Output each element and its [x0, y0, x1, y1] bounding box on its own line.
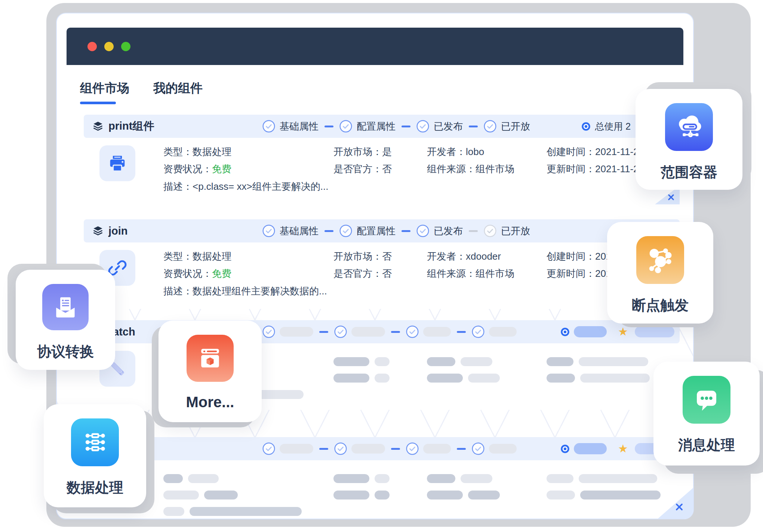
skeleton-pill [163, 474, 183, 483]
star-icon: ★ [618, 443, 628, 454]
card-header: ★ [84, 437, 680, 460]
check-circle-icon [339, 120, 352, 133]
step-connector [469, 126, 478, 127]
skeleton-pill [635, 326, 674, 337]
minimize-window-dot[interactable] [104, 42, 114, 51]
field-value: 否 [382, 268, 392, 279]
component-card-skeleton-2[interactable]: ★ [84, 437, 680, 519]
step-config: 配置属性 [339, 120, 396, 133]
data-nodes-icon [81, 428, 109, 457]
skeleton-pill [163, 507, 184, 516]
step-label: 已开放 [501, 120, 530, 133]
feature-card-protocol-conversion: 协议转换 [16, 270, 115, 370]
skeleton-pill [333, 357, 369, 366]
component-card-join[interactable]: join 基础属性 配置属性 已发布 已开放 总使用 6 [84, 219, 680, 309]
skeleton-column-2 [333, 474, 390, 500]
tab-my-components[interactable]: 我的组件 [153, 80, 203, 97]
skeleton-column-3 [427, 474, 500, 500]
field-value: <p.class= xx>组件主要解决的... [193, 181, 328, 192]
field-label: 是否官方： [333, 268, 382, 279]
field-column-2: 开放市场：是 是否官方：否 [333, 147, 392, 174]
field-value: 是 [382, 146, 392, 157]
step-connector [319, 448, 328, 450]
skeleton-pill [427, 374, 463, 383]
feature-label: More... [186, 394, 234, 411]
skeleton-column-3 [427, 357, 500, 383]
check-circle-icon [262, 442, 275, 455]
field-value: 数据处理 [193, 251, 231, 262]
field-value: 组件市场 [476, 163, 514, 174]
skeleton-pill [461, 357, 492, 366]
message-tile [683, 376, 730, 424]
skeleton-pill [468, 491, 500, 499]
step-basic: 基础属性 [262, 120, 319, 133]
field-value-free: 免费 [212, 163, 231, 174]
step-skeleton [334, 442, 385, 455]
card-header: join 基础属性 配置属性 已发布 已开放 总使用 6 [84, 219, 680, 242]
skeleton-pill [580, 374, 650, 383]
card-body: 类型：数据处理 资费状况：免费 描述：数据处理组件主要解决数据的... 开放市场… [84, 242, 680, 309]
check-circle-icon [339, 225, 352, 237]
protocol-tile [42, 284, 89, 330]
layers-icon [93, 226, 103, 236]
usage-eye-icon [560, 444, 570, 454]
feature-label: 消息处理 [678, 436, 735, 455]
field-label: 是否官方： [333, 163, 382, 174]
skeleton-pill [351, 327, 385, 337]
printer-icon [107, 153, 127, 173]
data-tile [71, 418, 119, 466]
close-window-dot[interactable] [87, 42, 97, 51]
skeleton-pill [204, 491, 238, 499]
card-header: print组件 基础属性 配置属性 已发布 已开放 总使用 2 [84, 115, 680, 138]
field-column-3: 开发者：xdooder 组件来源：组件市场 [427, 251, 514, 279]
feature-card-more: More... [159, 321, 262, 422]
skeleton-column-2 [333, 357, 390, 383]
step-label: 配置属性 [357, 120, 396, 133]
skeleton-pill [547, 374, 575, 383]
field-column-1: 类型：数据处理 资费状况：免费 描述：<p.class= xx>组件主要解决的.… [163, 147, 328, 192]
step-published: 已发布 [416, 120, 463, 133]
field-value: xdooder [466, 251, 501, 262]
step-connector [402, 230, 410, 232]
step-open: 已开放 [484, 120, 530, 133]
field-label: 描述： [163, 285, 193, 297]
field-label: 组件来源： [427, 268, 476, 279]
skeleton-pill [468, 374, 500, 383]
component-card-print[interactable]: print组件 基础属性 配置属性 已发布 已开放 总使用 2 [84, 115, 680, 204]
step-skeleton [334, 325, 385, 338]
step-skeleton [472, 325, 517, 338]
feature-card-scope-container: 范围容器 [636, 89, 742, 190]
step-published: 已发布 [416, 225, 463, 238]
tab-bar: 组件市场 我的组件 [80, 80, 203, 97]
step-label: 基础属性 [280, 225, 319, 238]
field-label: 描述： [163, 181, 193, 192]
step-connector [324, 230, 333, 232]
field-label: 开放市场： [333, 146, 382, 157]
scope-tile [665, 103, 713, 151]
check-circle-icon [262, 120, 275, 133]
skeleton-pill [333, 474, 369, 483]
maximize-window-dot[interactable] [121, 42, 130, 51]
skeleton-pill [423, 327, 451, 337]
field-column-1: 类型：数据处理 资费状况：免费 描述：数据处理组件主要解决数据的... [163, 251, 327, 296]
skeleton-pill [579, 474, 657, 483]
step-label: 配置属性 [357, 225, 396, 238]
browser-cube-icon [196, 344, 224, 372]
molecule-icon [646, 245, 675, 275]
component-name-group: join [93, 225, 128, 237]
layers-icon [93, 121, 103, 132]
check-circle-icon [416, 120, 429, 133]
rating-stat: ★ [618, 326, 674, 337]
skeleton-column-4 [547, 474, 661, 500]
field-label: 更新时间： [547, 163, 595, 174]
tab-component-market[interactable]: 组件市场 [80, 80, 129, 97]
skeleton-pill [579, 357, 648, 366]
usage-eye-icon [560, 327, 570, 337]
status-steps: 基础属性 配置属性 已发布 已开放 [262, 225, 530, 238]
feature-card-breakpoint-trigger: 断点触发 [607, 222, 713, 324]
stage: 组件市场 我的组件 print组件 基础属性 配置属性 已发布 已开放 [0, 0, 763, 532]
skeleton-pill [427, 474, 455, 483]
skeleton-pill [280, 444, 313, 454]
skeleton-pill [547, 474, 573, 483]
step-connector [391, 331, 400, 333]
